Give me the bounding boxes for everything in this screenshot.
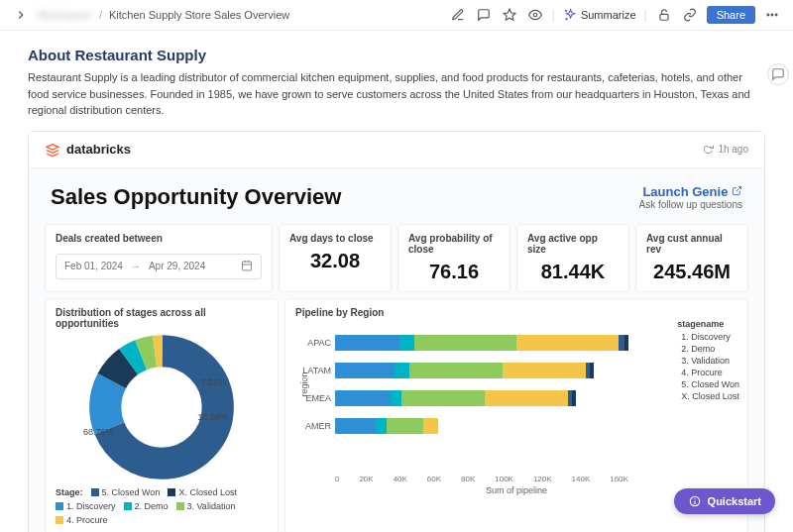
donut-chart[interactable]: 68.76% 13.86% 7.21% [77,333,246,481]
kpi-opp-size: Avg active opp size 81.44K [516,224,629,292]
svg-rect-7 [243,262,252,270]
svg-point-1 [533,13,537,17]
bar-xaxis: 020K40K60K80K100K120K140K160K [335,475,628,483]
breadcrumb-workspace[interactable]: Workspace [38,9,92,21]
svg-marker-0 [504,9,515,20]
bar-chart[interactable]: region APAC LATAM EMEA AMER [295,322,737,471]
watch-icon[interactable] [526,6,544,24]
svg-line-6 [736,186,741,191]
side-comment-icon[interactable] [767,63,789,85]
dashboard-title: Sales Opportunity Overview [51,184,638,210]
donut-chart-card: Distribution of stages across all opport… [45,298,279,533]
donut-label-lost: 7.21% [200,377,226,387]
svg-point-4 [771,14,773,16]
comment-icon[interactable] [475,6,493,24]
date-from: Feb 01, 2024 [64,261,123,271]
filter-label: Deals created between [56,233,262,244]
bar-row-amer: AMER [335,415,628,437]
kpi-annual-rev: Avg cust annual rev 245.46M [635,224,748,292]
bar-row-latam: LATAM [335,360,628,381]
kpi-days-to-close: Avg days to close 32.08 [279,224,392,292]
link-icon[interactable] [681,6,699,24]
bar-row-apac: APAC [335,332,628,354]
bar-row-emea: EMEA [335,387,628,409]
chevron-right-icon[interactable] [12,6,30,24]
quickstart-button[interactable]: Quickstart [674,488,775,514]
page-description: Restaurant Supply is a leading distribut… [28,69,765,119]
date-to: Apr 29, 2024 [149,261,205,271]
page-title: About Restaurant Supply [28,47,765,63]
databricks-logo: databricks [45,142,131,158]
date-filter-card: Deals created between Feb 01, 2024 → Apr… [45,224,273,292]
svg-point-3 [767,14,769,16]
arrow-right-icon: → [131,261,141,271]
date-range-input[interactable]: Feb 01, 2024 → Apr 29, 2024 [56,254,262,279]
launch-genie[interactable]: Launch Genie Ask follow up questions [638,184,742,210]
edit-icon[interactable] [449,6,467,24]
page-content: About Restaurant Supply Restaurant Suppl… [0,31,793,532]
refresh-timestamp[interactable]: 1h ago [703,144,748,155]
donut-label-discovery: 13.86% [197,412,228,422]
svg-rect-2 [660,14,668,20]
dashboard-header: databricks 1h ago [29,132,764,168]
kpi-probability: Avg probability of close 76.16 [397,224,510,292]
breadcrumb[interactable]: Workspace / Kitchen Supply Store Sales O… [38,9,289,21]
donut-label-won: 68.76% [83,427,114,437]
donut-legend: Stage: 5. Closed Won X. Closed Lost 1. D… [56,487,268,525]
share-button[interactable]: Share [707,6,755,24]
breadcrumb-page[interactable]: Kitchen Supply Store Sales Overview [109,9,289,21]
more-icon[interactable] [763,6,781,24]
summarize-button[interactable]: Summarize [563,8,636,22]
calendar-icon[interactable] [241,260,253,273]
lock-icon[interactable] [655,6,673,24]
svg-point-5 [775,14,777,16]
star-icon[interactable] [501,6,518,24]
top-bar: Workspace / Kitchen Supply Store Sales O… [0,0,793,31]
embedded-dashboard: databricks 1h ago Sales Opportunity Over… [28,131,765,533]
bar-legend: stagename 1. Discovery 2. Demo 3. Valida… [677,319,739,403]
